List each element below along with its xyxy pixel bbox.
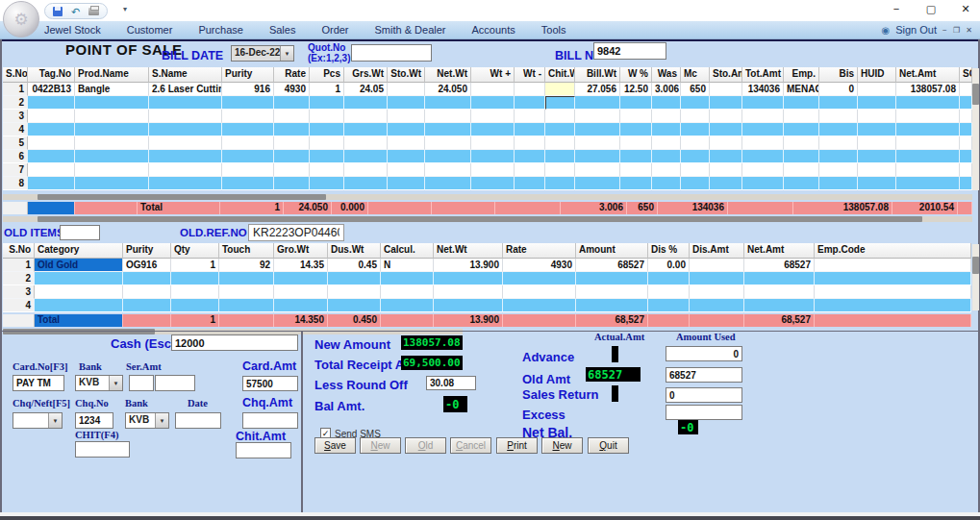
- cell[interactable]: 2: [3, 272, 35, 285]
- cell[interactable]: [388, 177, 425, 190]
- cell[interactable]: [896, 96, 960, 110]
- cell[interactable]: [503, 299, 576, 312]
- menu-smith-dealer[interactable]: Smith & Dealer: [375, 24, 446, 36]
- cell[interactable]: [896, 110, 960, 123]
- cell[interactable]: 14.35: [274, 259, 328, 272]
- cell[interactable]: [960, 177, 972, 190]
- cell[interactable]: [388, 110, 425, 123]
- cell[interactable]: 2: [3, 96, 28, 110]
- cell[interactable]: [575, 163, 620, 177]
- cell[interactable]: [690, 299, 744, 312]
- card-amt-input[interactable]: [242, 376, 298, 391]
- sales-vscroll-thumb[interactable]: [972, 84, 979, 105]
- cell[interactable]: 27.056: [575, 83, 620, 96]
- cell[interactable]: [75, 150, 149, 163]
- cell[interactable]: [171, 272, 219, 285]
- cell[interactable]: [310, 96, 344, 110]
- cell[interactable]: [310, 110, 344, 123]
- cell[interactable]: [274, 163, 310, 177]
- cell[interactable]: [222, 163, 274, 177]
- cell[interactable]: [471, 123, 515, 136]
- cell[interactable]: 12.50: [620, 83, 652, 96]
- cell[interactable]: [742, 150, 784, 163]
- old-vscroll-thumb[interactable]: [972, 257, 979, 274]
- cell[interactable]: [620, 177, 652, 190]
- cell[interactable]: [344, 136, 388, 150]
- cell[interactable]: 1: [3, 83, 28, 96]
- cell[interactable]: [742, 110, 784, 123]
- sales-hscroll-thumb[interactable]: [38, 194, 326, 200]
- cell[interactable]: [274, 272, 328, 285]
- cell[interactable]: [690, 272, 744, 285]
- menu-tools[interactable]: Tools: [541, 24, 566, 36]
- sales-hscrollbar[interactable]: [3, 194, 972, 200]
- cell[interactable]: [652, 123, 681, 136]
- cell[interactable]: 24.05: [344, 83, 388, 96]
- cell[interactable]: [123, 285, 171, 299]
- quot-no-input[interactable]: [351, 44, 432, 62]
- cell[interactable]: [515, 150, 545, 163]
- cell[interactable]: [575, 150, 620, 163]
- card-bank-combo[interactable]: KVB ▼: [75, 375, 123, 391]
- cell[interactable]: 68527: [744, 259, 815, 272]
- cell[interactable]: [819, 110, 858, 123]
- sign-out-button[interactable]: Sign Out: [895, 24, 937, 36]
- cell[interactable]: [75, 123, 149, 136]
- cell[interactable]: [425, 96, 471, 110]
- cell[interactable]: [815, 272, 971, 285]
- cell[interactable]: [471, 136, 515, 150]
- cell[interactable]: [310, 123, 344, 136]
- cell[interactable]: [503, 272, 576, 285]
- cell[interactable]: [425, 163, 471, 177]
- cell[interactable]: [515, 177, 545, 190]
- cell[interactable]: [471, 83, 515, 96]
- menu-accounts[interactable]: Accounts: [472, 24, 515, 36]
- cell[interactable]: [819, 163, 858, 177]
- cell[interactable]: 13.900: [434, 259, 503, 272]
- maximize-icon[interactable]: ▢: [924, 3, 938, 15]
- cell[interactable]: [381, 299, 434, 312]
- cell[interactable]: [742, 136, 784, 150]
- cell[interactable]: [896, 163, 960, 177]
- save-icon[interactable]: [53, 7, 63, 16]
- cell[interactable]: [896, 150, 960, 163]
- cell[interactable]: [652, 136, 681, 150]
- cell[interactable]: 1: [3, 259, 35, 272]
- cell[interactable]: [545, 177, 575, 190]
- cell[interactable]: [576, 299, 648, 312]
- cell[interactable]: [858, 136, 896, 150]
- cell[interactable]: [784, 150, 819, 163]
- cell[interactable]: [858, 150, 896, 163]
- menu-sales[interactable]: Sales: [269, 24, 296, 36]
- cell[interactable]: [344, 110, 388, 123]
- cell[interactable]: [274, 96, 310, 110]
- cell[interactable]: [710, 83, 742, 96]
- cell[interactable]: 0.45: [328, 259, 381, 272]
- cell[interactable]: [744, 272, 815, 285]
- cell[interactable]: [960, 110, 972, 123]
- cell[interactable]: [28, 163, 75, 177]
- cell[interactable]: [149, 150, 222, 163]
- undo-icon[interactable]: ↶: [71, 7, 80, 16]
- cell[interactable]: [710, 96, 742, 110]
- cell[interactable]: [149, 96, 222, 110]
- cell[interactable]: [171, 299, 219, 312]
- cell[interactable]: [784, 163, 819, 177]
- cell[interactable]: [425, 123, 471, 136]
- cell[interactable]: [388, 123, 425, 136]
- cell[interactable]: [222, 123, 274, 136]
- cell[interactable]: [545, 136, 575, 150]
- cell[interactable]: [652, 110, 681, 123]
- cell[interactable]: [652, 96, 681, 110]
- cell[interactable]: [149, 123, 222, 136]
- cell[interactable]: [75, 163, 149, 177]
- cell[interactable]: [222, 150, 274, 163]
- cell[interactable]: [620, 136, 652, 150]
- cell[interactable]: [858, 163, 896, 177]
- cell[interactable]: 134036: [742, 83, 784, 96]
- cell[interactable]: [620, 163, 652, 177]
- cell[interactable]: [35, 299, 123, 312]
- cell[interactable]: Bangle: [75, 83, 149, 96]
- cell[interactable]: 1: [310, 83, 344, 96]
- cell[interactable]: [75, 96, 149, 110]
